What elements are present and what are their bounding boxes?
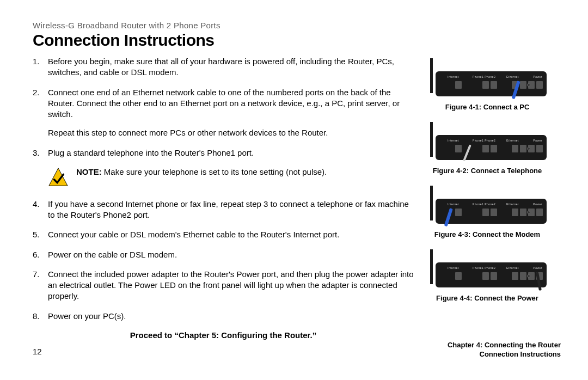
footer-chapter: Chapter 4: Connecting the Router xyxy=(448,341,561,350)
step-6: Power on the cable or DSL modem. xyxy=(33,249,414,260)
figure-4-3: Internet Phone1 Phone2 Ethernet Power Fi… xyxy=(425,183,550,244)
figure-4-1-caption: Figure 4-1: Connect a PC xyxy=(425,103,550,111)
step-5-text: Connect your cable or DSL modem's Ethern… xyxy=(48,230,339,239)
figures-column: Internet Phone1 Phone2 Ethernet Power Fi… xyxy=(425,56,550,340)
figure-4-3-caption: Figure 4-3: Connect the Modem xyxy=(425,230,550,238)
step-8-text: Power on your PC(s). xyxy=(48,311,126,321)
step-4: If you have a second Internet phone or f… xyxy=(33,199,414,221)
router-illustration: Internet Phone1 Phone2 Ethernet Power xyxy=(428,56,547,99)
step-7-text: Connect the included power adapter to th… xyxy=(48,269,414,301)
note-text: NOTE: Make sure your telephone is set to… xyxy=(76,167,327,176)
step-8: Power on your PC(s). xyxy=(33,311,414,322)
step-4-text: If you have a second Internet phone or f… xyxy=(48,199,409,219)
footer-section: Connection Instructions xyxy=(448,350,561,359)
steps-list-cont: If you have a second Internet phone or f… xyxy=(33,199,414,322)
svg-marker-0 xyxy=(49,168,68,186)
page-title: Connection Instructions xyxy=(33,31,561,50)
router-illustration: Internet Phone1 Phone2 Ethernet Power xyxy=(428,247,547,290)
port-label-power: Power xyxy=(533,75,542,78)
figure-4-2-caption: Figure 4-2: Connect a Telephone xyxy=(425,167,550,175)
note-body: Make sure your telephone is set to its t… xyxy=(102,167,327,176)
step-2-text: Connect one end of an Ethernet network c… xyxy=(48,88,400,119)
port-label-phone: Phone1 Phone2 xyxy=(473,75,495,78)
step-2-extra: Repeat this step to connect more PCs or … xyxy=(48,127,414,138)
step-3-text: Plug a standard telephone into the Route… xyxy=(48,148,254,157)
proceed-line: Proceed to “Chapter 5: Configuring the R… xyxy=(33,330,414,340)
instructions-column: Before you begin, make sure that all of … xyxy=(33,56,414,340)
step-5: Connect your cable or DSL modem's Ethern… xyxy=(33,229,414,240)
footer-right: Chapter 4: Connecting the Router Connect… xyxy=(448,341,561,359)
port-label-ethernet: Ethernet xyxy=(506,75,519,78)
note-callout: NOTE: Make sure your telephone is set to… xyxy=(48,167,414,188)
figure-4-4: Internet Phone1 Phone2 Ethernet Power Fi… xyxy=(425,247,550,308)
router-illustration: Internet Phone1 Phone2 Ethernet Power xyxy=(428,183,547,226)
port-label-internet: Internet xyxy=(448,75,459,78)
step-1-text: Before you begin, make sure that all of … xyxy=(48,57,394,77)
note-label: NOTE: xyxy=(76,167,102,176)
steps-list: Before you begin, make sure that all of … xyxy=(33,56,414,158)
figure-4-4-caption: Figure 4-4: Connect the Power xyxy=(425,294,550,302)
page-number: 12 xyxy=(33,347,42,356)
router-illustration: Internet Phone1 Phone2 Ethernet Power xyxy=(428,120,547,162)
warning-check-icon xyxy=(48,167,69,188)
figure-4-2: Internet Phone1 Phone2 Ethernet Power Fi… xyxy=(425,120,550,180)
step-1: Before you begin, make sure that all of … xyxy=(33,56,414,78)
step-7: Connect the included power adapter to th… xyxy=(33,269,414,302)
step-6-text: Power on the cable or DSL modem. xyxy=(48,250,177,259)
step-2: Connect one end of an Ethernet network c… xyxy=(33,87,414,139)
product-line: Wireless-G Broadband Router with 2 Phone… xyxy=(33,21,561,30)
step-3: Plug a standard telephone into the Route… xyxy=(33,148,414,158)
figure-4-1: Internet Phone1 Phone2 Ethernet Power Fi… xyxy=(425,56,550,117)
